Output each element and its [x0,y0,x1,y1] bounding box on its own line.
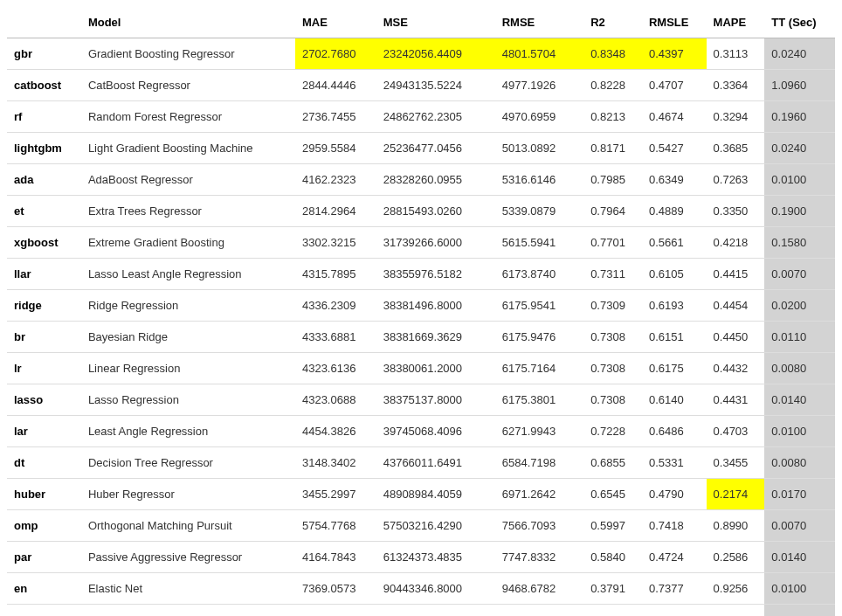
cell-mse: 39745068.4096 [376,416,495,447]
table-row: ompOrthogonal Matching Pursuit5754.77685… [7,510,835,542]
cell-mse: 90443346.8000 [376,573,495,605]
cell-rmse: 9468.6782 [495,573,583,605]
cell-id: rf [7,101,81,133]
cell-mape: 0.4218 [707,227,765,259]
cell-mse: 38355976.5182 [376,259,495,290]
table-row: rfRandom Forest Regressor2736.7455248627… [7,101,835,133]
cell-mae: 7369.0573 [295,573,376,605]
cell-rmse: 7747.8332 [495,542,583,573]
cell-rmse: 6271.9943 [495,416,583,447]
cell-mae: 4323.0688 [295,384,376,416]
cell-tt: 0.0170 [764,479,835,510]
table-row: huberHuber Regressor3455.299748908984.40… [7,479,835,510]
table-row: xgboostExtreme Gradient Boosting3302.321… [7,227,835,259]
cell-tt: 0.0140 [764,384,835,416]
cell-id: lr [7,353,81,384]
table-row: adaAdaBoost Regressor4162.232328328260.0… [7,164,835,196]
cell-mse: 48908984.4059 [376,479,495,510]
cell-mape: 0.4454 [707,290,765,322]
cell-rmse: 6175.9541 [495,290,583,322]
cell-rmsle: 0.7377 [642,573,707,605]
cell-mse: 25236477.0456 [376,133,495,164]
cell-id: xgboost [7,227,81,259]
cell-r2: 0.7311 [583,259,642,290]
cell-model: AdaBoost Regressor [81,164,295,196]
cell-mae: 3302.3215 [295,227,376,259]
cell-rmse: 6175.7164 [495,353,583,384]
cell-rmse: 6173.8740 [495,259,583,290]
cell-mape: 0.4431 [707,384,765,416]
cell-tt: 1.0960 [764,70,835,101]
cell-id: br [7,322,81,353]
col-tt: TT (Sec) [764,7,835,38]
cell-mape: 0.9256 [707,573,765,605]
cell-r2: 0.6545 [583,479,642,510]
cell-mse: 38381496.8000 [376,290,495,322]
cell-tt: 0.0080 [764,447,835,479]
cell-mae: 5754.7768 [295,510,376,542]
table-row: llarLasso Least Angle Regression4315.789… [7,259,835,290]
cell-mape: 0.4432 [707,353,765,384]
cell-mse: 38380061.2000 [376,353,495,384]
cell-rmse: 11221.6535 [495,605,583,617]
col-r2: R2 [583,7,642,38]
cell-mape: 0.3350 [707,196,765,227]
cell-rmse: 6971.2642 [495,479,583,510]
cell-mape: 0.4450 [707,322,765,353]
cell-model: CatBoost Regressor [81,70,295,101]
cell-mape: 0.8990 [707,510,765,542]
cell-r2: 0.7964 [583,196,642,227]
col-id [7,7,81,38]
cell-tt: 0.0080 [764,353,835,384]
cell-rmsle: 0.7418 [642,510,707,542]
cell-rmsle: 0.6140 [642,384,707,416]
cell-rmse: 4801.5704 [495,38,583,70]
cell-rmsle: 0.6349 [642,164,707,196]
cell-rmsle: 0.5661 [642,227,707,259]
cell-id: lar [7,416,81,447]
cell-mae: 2814.2964 [295,196,376,227]
cell-mae: 2844.4446 [295,70,376,101]
cell-model: Ridge Regression [81,290,295,322]
cell-model: Gradient Boosting Regressor [81,38,295,70]
cell-tt: 0.0100 [764,573,835,605]
cell-tt: 0.0140 [764,542,835,573]
cell-r2: 0.7228 [583,416,642,447]
cell-mae: 4336.2309 [295,290,376,322]
cell-r2: 0.7308 [583,384,642,416]
cell-rmse: 6175.9476 [495,322,583,353]
cell-r2: 0.7985 [583,164,642,196]
table-header-row: Model MAE MSE RMSE R2 RMSLE MAPE TT (Sec… [7,7,835,38]
cell-id: lightgbm [7,133,81,164]
cell-mape: 0.3455 [707,447,765,479]
cell-r2: 0.7309 [583,290,642,322]
cell-r2: 0.3791 [583,573,642,605]
cell-model: Passive Aggressive Regressor [81,542,295,573]
cell-rmse: 5013.0892 [495,133,583,164]
cell-tt: 0.1580 [764,227,835,259]
cell-id: et [7,196,81,227]
cell-tt: 0.0070 [764,259,835,290]
cell-mape: 0.9147 [707,605,765,617]
cell-mse: 61324373.4835 [376,542,495,573]
cell-r2: 0.5840 [583,542,642,573]
cell-r2: 0.1218 [583,605,642,617]
cell-id: huber [7,479,81,510]
cell-id: par [7,542,81,573]
table-row: etExtra Trees Regressor2814.296428815493… [7,196,835,227]
cell-id: llar [7,259,81,290]
cell-r2: 0.8348 [583,38,642,70]
cell-rmsle: 0.4724 [642,542,707,573]
cell-mae: 3455.2997 [295,479,376,510]
table-row: ridgeRidge Regression4336.230938381496.8… [7,290,835,322]
cell-mape: 0.4703 [707,416,765,447]
cell-mae: 7805.8425 [295,605,376,617]
cell-mae: 4162.2323 [295,164,376,196]
cell-r2: 0.7308 [583,353,642,384]
cell-model: Light Gradient Boosting Machine [81,133,295,164]
cell-rmse: 6584.7198 [495,447,583,479]
cell-tt: 0.1900 [764,196,835,227]
cell-mse: 43766011.6491 [376,447,495,479]
cell-mae: 2702.7680 [295,38,376,70]
cell-model: Random Forest Regressor [81,101,295,133]
